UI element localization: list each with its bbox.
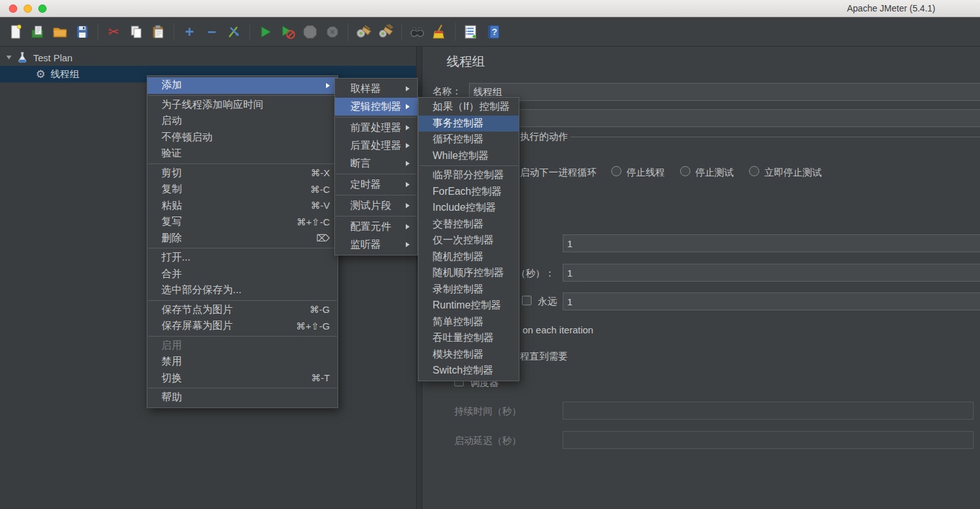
submenu-item-post-processors[interactable]: 后置处理器 [335,137,417,155]
help-button[interactable]: ? [484,22,503,42]
menu-item-disable[interactable]: 禁用 [147,354,338,370]
comments-input[interactable] [469,109,980,127]
save-button[interactable] [73,22,92,42]
menu-item-add[interactable]: 添加 [147,77,338,94]
radio-label-continue-next-loop: 启动下一进程循环 [520,167,597,179]
menu-item-label: While控制器 [433,149,489,163]
menu-item-label: 添加 [161,79,182,92]
add-element-button[interactable]: + [180,22,199,42]
submenu-item-loop-controller[interactable]: 循环控制器 [419,132,519,148]
menu-item-start-no-pauses[interactable]: 不停顿启动 [147,130,338,146]
submenu-item-while-controller[interactable]: While控制器 [419,148,519,165]
submenu-item-pre-processors[interactable]: 前置处理器 [335,119,417,137]
stop-button[interactable] [301,22,320,42]
menu-item-help[interactable]: 帮助 [147,390,338,406]
disclosure-triangle-icon[interactable] [6,56,11,59]
radio-stop-test[interactable] [680,166,690,176]
menu-item-merge[interactable]: 合并 [147,266,338,283]
menu-item-save-selection-as[interactable]: 选中部分保存为... [147,282,338,299]
zoom-window-button[interactable] [38,4,47,13]
open-file-button[interactable] [50,22,70,42]
new-file-button[interactable] [6,22,25,42]
submenu-item-config-element[interactable]: 配置元件 [335,218,417,236]
copy-icon [128,24,144,40]
save-floppy-icon [75,24,90,40]
radio-stop-test-now[interactable] [749,166,759,176]
rampup-input[interactable] [563,264,980,282]
close-window-button[interactable] [9,4,17,13]
duration-input[interactable] [563,402,974,420]
submenu-item-recording-controller[interactable]: 录制控制器 [419,282,519,298]
remove-element-button[interactable]: − [202,22,221,42]
menu-separator [148,163,337,164]
radio-stop-thread[interactable] [611,166,621,176]
startup-delay-input[interactable] [563,431,974,449]
submenu-item-random-controller[interactable]: 随机控制器 [419,249,519,266]
menu-item-remove[interactable]: 删除⌦ [147,231,338,247]
menu-item-start[interactable]: 启动 [147,113,338,130]
templates-icon [30,24,45,40]
toolbar-separator [401,23,402,41]
minimize-window-button[interactable] [24,4,32,13]
submenu-item-switch-controller[interactable]: Switch控制器 [419,363,519,379]
menu-item-cut[interactable]: 剪切⌘-X [147,165,338,182]
restart-button[interactable] [225,22,244,42]
loop-count-input[interactable] [563,292,980,310]
menu-item-label: 循环控制器 [433,133,484,146]
submenu-item-logic-controller[interactable]: 逻辑控制器 [335,98,417,116]
start-button[interactable] [256,22,275,42]
clear-button[interactable] [354,22,373,42]
menu-item-save-screen-as-image[interactable]: 保存屏幕为图片⌘+⇧-G [147,318,338,335]
cut-button[interactable]: ✂ [104,22,123,42]
tree-node-test-plan[interactable]: Test Plan [0,49,416,66]
menu-separator [336,174,417,174]
function-helper-button[interactable] [461,22,480,42]
svg-text:?: ? [492,27,498,37]
submenu-item-interleave-controller[interactable]: 交替控制器 [419,217,519,233]
forever-checkbox[interactable] [522,296,531,305]
submenu-item-runtime-controller[interactable]: Runtime控制器 [419,298,519,314]
shutdown-button[interactable] [323,22,342,42]
search-button[interactable] [408,22,427,42]
submenu-item-if-controller[interactable]: 如果（If）控制器 [419,99,519,116]
submenu-item-sampler[interactable]: 取样器 [335,80,417,98]
thread-count-input[interactable] [563,234,980,252]
menu-item-enable[interactable]: 启用 [147,338,338,354]
submenu-item-transaction-controller[interactable]: 事务控制器 [419,116,519,132]
submenu-item-test-fragment[interactable]: 测试片段 [335,197,417,215]
menu-item-add-think-times[interactable]: 为子线程添加响应时间 [147,97,338,114]
start-no-timers-button[interactable] [278,22,297,42]
menu-item-save-node-as-image[interactable]: 保存节点为图片⌘-G [147,302,338,319]
submenu-item-throughput-controller[interactable]: 吞吐量控制器 [419,330,519,347]
templates-button[interactable] [28,22,47,42]
menu-item-label: 吞吐量控制器 [433,331,494,345]
submenu-item-assertions[interactable]: 断言 [335,155,417,172]
name-input[interactable] [469,83,980,101]
paste-button[interactable] [149,22,168,42]
menu-item-toggle[interactable]: 切换⌘-T [147,370,338,387]
menu-item-validate[interactable]: 验证 [147,146,338,162]
menu-item-label: 禁用 [161,355,182,368]
submenu-item-timer[interactable]: 定时器 [335,176,417,194]
menu-item-label: 前置处理器 [350,121,401,135]
submenu-item-foreach-controller[interactable]: ForEach控制器 [419,184,519,201]
submenu-item-once-only-controller[interactable]: 仅一次控制器 [419,232,519,249]
radio-label-stop-test-now: 立即停止测试 [764,167,822,179]
menu-item-paste[interactable]: 粘贴⌘-V [147,198,338,215]
submenu-item-random-order-controller[interactable]: 随机顺序控制器 [419,265,519,282]
menu-item-label: 配置元件 [350,220,391,234]
menu-item-copy[interactable]: 复制⌘-C [147,181,338,198]
toolbar-separator [249,23,250,41]
submenu-item-include-controller[interactable]: Include控制器 [419,200,519,217]
submenu-item-module-controller[interactable]: 模块控制器 [419,347,519,363]
submenu-item-simple-controller[interactable]: 简单控制器 [419,314,519,331]
copy-button[interactable] [126,22,145,42]
menu-item-duplicate[interactable]: 复写⌘+⇧-C [147,214,338,231]
radio-label-stop-thread: 停止线程 [627,167,665,179]
clear-search-button[interactable] [430,22,449,42]
menu-item-open[interactable]: 打开... [147,250,338,266]
submenu-item-listener[interactable]: 监听器 [335,236,417,254]
submenu-item-critical-section-controller[interactable]: 临界部分控制器 [419,167,519,184]
clear-all-button[interactable] [376,22,396,42]
menu-item-label: 仅一次控制器 [433,234,494,247]
